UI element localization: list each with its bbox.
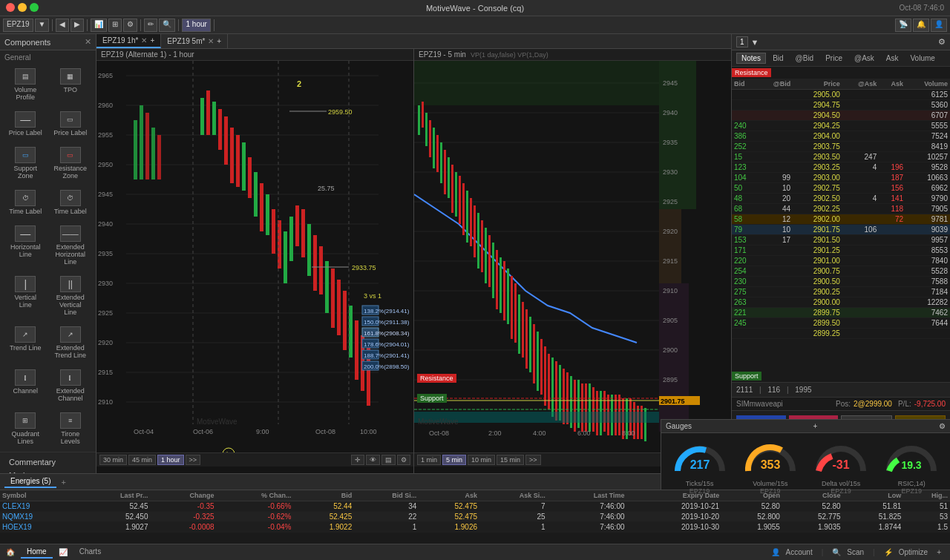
toolbar-timeframe[interactable]: 1 hour	[182, 19, 210, 32]
sidebar-item-ext-vertical-line[interactable]: || Extended Vertical Line	[50, 272, 92, 320]
chart2-1min[interactable]: 1 min	[417, 455, 441, 465]
chart1-45min[interactable]: 45 min	[128, 455, 156, 465]
toolbar-right-1[interactable]: 📡	[895, 19, 911, 32]
orderbook-row[interactable]: 245 2899.50 7644	[732, 318, 950, 329]
chart1-crosshair[interactable]: ✛	[351, 455, 364, 465]
statusbar-chart-icon[interactable]: 📈	[59, 548, 68, 556]
sidebar-close[interactable]: ✕	[85, 37, 91, 47]
orderbook-row[interactable]: 252 2903.75 8419	[732, 142, 950, 152]
chart1-eye[interactable]: 👁	[366, 455, 380, 465]
toolbar-back[interactable]: ◀	[56, 19, 69, 32]
orderbook-row[interactable]: 104 99 2903.00 187 10663	[732, 173, 950, 183]
statusbar-account-icon[interactable]: 👤	[771, 548, 780, 556]
watchlist-row[interactable]: HOEX19 1.9027 -0.0008 -0.04% 1.9022 1 1.…	[0, 522, 950, 533]
chart1-1hour[interactable]: 1 hour	[157, 455, 184, 465]
chart2-5min[interactable]: 5 min	[442, 455, 466, 465]
ob-tab-at-bid[interactable]: @Bid	[790, 53, 819, 64]
close-button[interactable]	[6, 3, 15, 12]
orderbook-row[interactable]: 153 17 2901.50 9957	[732, 235, 950, 246]
toolbar-zoom[interactable]: 🔍	[159, 19, 175, 32]
chart-tab-1-add[interactable]: +	[150, 36, 154, 45]
minimize-button[interactable]	[18, 3, 27, 12]
chart2-15min[interactable]: 15 min	[497, 455, 524, 465]
sidebar-item-ext-trend-line[interactable]: ↗ Extended Trend Line	[50, 323, 92, 363]
orderbook-row[interactable]: 2904.75 5360	[732, 100, 950, 111]
chart1-more[interactable]: >>	[186, 455, 201, 465]
toolbar-new-chart[interactable]: 📊	[91, 19, 107, 32]
sidebar-item-price-label-2[interactable]: ▭ Price Label	[50, 108, 92, 140]
toolbar-right-3[interactable]: 👤	[931, 19, 947, 32]
statusbar-optimize-label[interactable]: Optimize	[899, 548, 928, 556]
chart-tab-1-close[interactable]: ✕	[141, 36, 147, 45]
statusbar-scan-label[interactable]: Scan	[847, 548, 864, 556]
statusbar-scan-icon[interactable]: 🔍	[832, 548, 841, 556]
bottom-tab-add[interactable]: +	[56, 476, 70, 488]
toolbar-forward[interactable]: ▶	[71, 19, 84, 32]
sidebar-item-vertical-line[interactable]: | Vertical Line	[4, 272, 47, 320]
sidebar-item-ext-channel[interactable]: ⫿ Extended Channel	[50, 366, 92, 406]
orderbook-row[interactable]: 386 2904.00 7524	[732, 131, 950, 142]
window-controls[interactable]	[6, 3, 39, 12]
sidebar-item-quadrant[interactable]: ⊞ Quadrant Lines	[4, 409, 47, 449]
sidebar-item-ext-horizontal-line[interactable]: —— Extended Horizontal Line	[50, 222, 92, 269]
sidebar-item-tpo[interactable]: ▦ TPO	[50, 65, 92, 105]
orderbook-row[interactable]: 123 2903.25 4 196 9528	[732, 162, 950, 173]
orderbook-row[interactable]: 48 20 2902.50 4 141 9790	[732, 194, 950, 204]
chart2-10min[interactable]: 10 min	[468, 455, 495, 465]
toolbar-layout[interactable]: ⊞	[108, 19, 122, 32]
orderbook-row[interactable]: 2899.25	[732, 329, 950, 339]
maximize-button[interactable]	[30, 3, 39, 12]
chart2-more[interactable]: >>	[525, 455, 541, 465]
ob-tab-ask[interactable]: Ask	[881, 53, 904, 64]
sidebar-item-markers[interactable]: Markers	[4, 469, 91, 473]
chart-tab-2-close[interactable]: ✕	[208, 37, 214, 45]
chart-tab-2[interactable]: EPZ19 5m* ✕ +	[161, 34, 228, 48]
orderbook-row[interactable]: 79 10 2901.75 106 9039	[732, 225, 950, 235]
chart-tab-2-add[interactable]: +	[217, 37, 221, 45]
toolbar-right-2[interactable]: 🔔	[913, 19, 929, 32]
sidebar-item-volume-profile[interactable]: ▤ Volume Profile	[4, 65, 47, 105]
chart1-settings[interactable]: ⚙	[397, 455, 410, 465]
orderbook-row[interactable]: 240 2904.25 5555	[732, 121, 950, 131]
toolbar-dropdown[interactable]: ▼	[35, 19, 50, 32]
sidebar-item-price-label-1[interactable]: — Price Label	[4, 108, 47, 140]
ob-qty-dropdown[interactable]: ▼	[751, 38, 759, 47]
orderbook-row[interactable]: 221 2899.75 7462	[732, 308, 950, 318]
orderbook-row[interactable]: 254 2900.75 5528	[732, 266, 950, 277]
sidebar-item-channel[interactable]: ⫿ Channel	[4, 366, 47, 406]
statusbar-tab-charts[interactable]: Charts	[73, 546, 107, 559]
orderbook-row[interactable]: 50 10 2902.75 156 6962	[732, 183, 950, 194]
toolbar-draw[interactable]: ✏	[144, 19, 157, 32]
chart1-30min[interactable]: 30 min	[99, 455, 127, 465]
gauges-settings[interactable]: ⚙	[939, 422, 946, 430]
sidebar-item-time-label-1[interactable]: ⏱ Time Label	[4, 186, 47, 219]
orderbook-row[interactable]: 263 2900.00 12282	[732, 297, 950, 308]
sidebar-item-time-label-2[interactable]: ⏱ Time Label	[50, 186, 92, 219]
orderbook-row[interactable]: 68 44 2902.25 118 7905	[732, 204, 950, 214]
orderbook-table[interactable]: Bid @Bid Price @Ask Ask Volume 2905.00 6…	[732, 79, 950, 369]
statusbar-optimize-icon[interactable]: ⚡	[884, 548, 893, 556]
orderbook-row[interactable]: 275 2900.25 7184	[732, 287, 950, 297]
ob-tab-notes[interactable]: Notes	[736, 53, 766, 64]
ob-tab-bid[interactable]: Bid	[767, 53, 788, 64]
watchlist-row[interactable]: NQMX19 52.450 -0.325 -0.62% 52.425 22 52…	[0, 512, 950, 522]
orderbook-row[interactable]: 171 2901.25 8553	[732, 246, 950, 256]
sidebar-item-resistance-zone[interactable]: ▭ Resistance Zone	[50, 143, 92, 183]
orderbook-row[interactable]: 15 2903.50 247 10257	[732, 152, 950, 162]
orderbook-row[interactable]: 2904.50 6707	[732, 111, 950, 121]
orderbook-row[interactable]: 230 2900.50 7588	[732, 277, 950, 287]
orderbook-row[interactable]: 2905.00 6125	[732, 90, 950, 100]
ob-tab-price[interactable]: Price	[820, 53, 848, 64]
sidebar-item-tirone[interactable]: ≡ Tirone Levels	[50, 409, 92, 449]
bottom-tab-energies[interactable]: Energies (5)	[4, 475, 56, 488]
statusbar-account-label[interactable]: Account	[786, 548, 813, 556]
statusbar-tab-home[interactable]: Home	[21, 546, 53, 559]
ob-settings-icon[interactable]: ⚙	[938, 37, 946, 47]
statusbar-add-button[interactable]: +	[937, 548, 941, 556]
chart1-bars[interactable]: ▤	[381, 455, 396, 465]
sidebar-item-horizontal-line[interactable]: — Horizontal Line	[4, 222, 47, 269]
ob-tab-at-ask[interactable]: @Ask	[849, 53, 879, 64]
sidebar-item-commentary[interactable]: Commentary	[4, 455, 91, 469]
orderbook-row[interactable]: 58 12 2902.00 72 9781	[732, 214, 950, 225]
ob-qty-input[interactable]: 1	[736, 36, 748, 47]
